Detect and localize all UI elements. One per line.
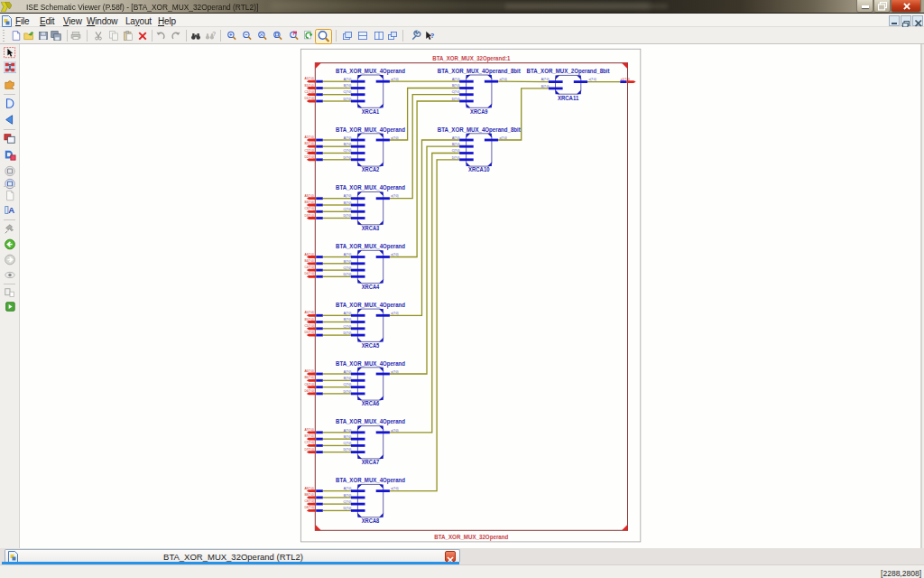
svg-text:B6(7:0): B6(7:0): [304, 376, 313, 379]
svg-text:B(7:0): B(7:0): [344, 201, 352, 205]
svg-text:D(7:0): D(7:0): [344, 98, 352, 101]
svg-text:C(7:0): C(7:0): [452, 149, 460, 153]
svg-text:A(7:0): A(7:0): [541, 78, 550, 81]
svg-text:A(7:0): A(7:0): [344, 136, 352, 140]
svg-text:B(7:0): B(7:0): [344, 377, 352, 380]
svg-text:D7(7:0): D7(7:0): [304, 448, 314, 452]
svg-text:?: ?: [212, 31, 216, 37]
svg-text:B(7:0): B(7:0): [344, 260, 352, 264]
svg-text:o(7:0): o(7:0): [391, 429, 398, 433]
svg-text:A4(7:0): A4(7:0): [304, 253, 313, 256]
svg-text:D3(7:0): D3(7:0): [304, 214, 314, 218]
svg-text:A(7:0): A(7:0): [344, 253, 352, 256]
svg-text:BTA_XOR_MUX_32Operand:1: BTA_XOR_MUX_32Operand:1: [432, 54, 510, 62]
svg-text:C(7:0): C(7:0): [344, 149, 352, 153]
svg-text:B3(7:0): B3(7:0): [304, 200, 313, 204]
svg-text:C8(7:0): C8(7:0): [304, 499, 314, 503]
svg-text:BTA_XOR_MUX_4Operand: BTA_XOR_MUX_4Operand: [336, 360, 405, 368]
svg-text:?: ?: [430, 32, 434, 40]
svg-text:o(7:0): o(7:0): [391, 194, 398, 198]
svg-text:A(7:0): A(7:0): [344, 487, 352, 490]
svg-text:A(7:0): A(7:0): [452, 78, 460, 81]
svg-text:C1(7:0): C1(7:0): [304, 90, 314, 94]
svg-text:B(7:0): B(7:0): [344, 143, 352, 146]
svg-text:B4(7:0): B4(7:0): [304, 259, 313, 263]
svg-text:XRCA8: XRCA8: [362, 517, 380, 524]
svg-text:BTA_XOR_MUX_4Operand: BTA_XOR_MUX_4Operand: [336, 243, 405, 250]
svg-text:B1(7:0): B1(7:0): [304, 84, 313, 88]
svg-text:BTA_XOR_MUX_4Operand: BTA_XOR_MUX_4Operand: [336, 68, 405, 75]
svg-text:C(7:0): C(7:0): [344, 208, 352, 211]
svg-text:XRCA2: XRCA2: [362, 166, 380, 172]
svg-text:XRCA7: XRCA7: [362, 459, 380, 465]
svg-text:D(7:0): D(7:0): [344, 507, 352, 510]
svg-text:XRCA3: XRCA3: [362, 225, 380, 231]
svg-text:C(7:0): C(7:0): [344, 442, 352, 445]
svg-text:A(7:0): A(7:0): [344, 194, 352, 198]
svg-text:BTA_XOR_MUX_4Operand: BTA_XOR_MUX_4Operand: [336, 184, 405, 191]
svg-text:o(7:0): o(7:0): [500, 136, 507, 140]
svg-text:BTA_XOR_MUX_4Operand: BTA_XOR_MUX_4Operand: [336, 126, 405, 134]
svg-text:B5(7:0): B5(7:0): [304, 318, 313, 322]
svg-text:C(7:0): C(7:0): [344, 325, 352, 329]
svg-text:XRCA5: XRCA5: [362, 342, 380, 349]
svg-text:D(7:0): D(7:0): [344, 273, 352, 276]
svg-text:C(7:0): C(7:0): [344, 266, 352, 270]
svg-text:B(7:0): B(7:0): [452, 84, 460, 88]
svg-text:D(7:0): D(7:0): [344, 331, 352, 335]
svg-text:D(7:0): D(7:0): [344, 448, 352, 452]
svg-text:B(7:0): B(7:0): [344, 318, 352, 322]
svg-text:D8(7:0): D8(7:0): [304, 506, 314, 509]
svg-text:A5(7:0): A5(7:0): [304, 311, 313, 314]
svg-text:XRCA4: XRCA4: [362, 284, 380, 290]
svg-text:C4(7:0): C4(7:0): [304, 266, 314, 269]
svg-text:o1(7:0): o1(7:0): [621, 78, 630, 81]
svg-text:B7(7:0): B7(7:0): [304, 434, 313, 438]
svg-text:BTA_XOR_MUX_2Operand_8bit: BTA_XOR_MUX_2Operand_8bit: [527, 68, 611, 75]
svg-text:o(7:0): o(7:0): [391, 370, 398, 374]
svg-text:B(7:0): B(7:0): [344, 84, 352, 88]
svg-text:C(7:0): C(7:0): [344, 383, 352, 387]
svg-text:A1(7:0): A1(7:0): [304, 77, 313, 80]
svg-text:D2(7:0): D2(7:0): [304, 155, 314, 159]
svg-text:A: A: [8, 205, 14, 215]
svg-text:D(7:0): D(7:0): [344, 156, 352, 160]
svg-text:D1(7:0): D1(7:0): [304, 97, 314, 100]
svg-text:o(7:0): o(7:0): [391, 78, 398, 81]
svg-text:A7(7:0): A7(7:0): [304, 428, 313, 432]
svg-text:D5(7:0): D5(7:0): [304, 331, 314, 334]
svg-text:D(7:0): D(7:0): [344, 390, 352, 394]
svg-text:D(7:0): D(7:0): [344, 214, 352, 218]
svg-text:XRCA10: XRCA10: [468, 166, 490, 172]
svg-text:BTA_XOR_MUX_4Operand_8bit: BTA_XOR_MUX_4Operand_8bit: [438, 68, 522, 75]
svg-text:C5(7:0): C5(7:0): [304, 324, 314, 328]
svg-text:C6(7:0): C6(7:0): [304, 383, 314, 387]
svg-text:BTA_XOR_MUX_4Operand_8bit: BTA_XOR_MUX_4Operand_8bit: [438, 126, 522, 134]
svg-text:A6(7:0): A6(7:0): [304, 369, 313, 373]
svg-text:A(7:0): A(7:0): [452, 136, 460, 140]
svg-text:C3(7:0): C3(7:0): [304, 207, 314, 210]
svg-text:o(7:0): o(7:0): [500, 78, 507, 81]
svg-text:o(7:0): o(7:0): [588, 78, 596, 81]
svg-text:D6(7:0): D6(7:0): [304, 389, 314, 393]
svg-text:D4(7:0): D4(7:0): [304, 272, 314, 275]
svg-text:o(7:0): o(7:0): [391, 312, 398, 315]
svg-text:B8(7:0): B8(7:0): [304, 493, 313, 497]
svg-text:B(7:0): B(7:0): [344, 435, 352, 439]
svg-text:BTA_XOR_MUX_32Operand: BTA_XOR_MUX_32Operand: [434, 533, 508, 541]
svg-text:A3(7:0): A3(7:0): [304, 194, 313, 198]
svg-text:A(7:0): A(7:0): [344, 312, 352, 315]
svg-text:XRCA11: XRCA11: [558, 95, 579, 101]
svg-text:BTA_XOR_MUX_4Operand: BTA_XOR_MUX_4Operand: [336, 418, 405, 425]
svg-text:B(7:0): B(7:0): [344, 494, 352, 498]
svg-text:BTA_XOR_MUX_4Operand: BTA_XOR_MUX_4Operand: [336, 302, 405, 309]
svg-text:A(7:0): A(7:0): [344, 429, 352, 433]
svg-text:B(7:0): B(7:0): [541, 85, 550, 89]
svg-text:A(7:0): A(7:0): [344, 370, 352, 374]
svg-text:A8(7:0): A8(7:0): [304, 487, 313, 490]
svg-text:B2(7:0): B2(7:0): [304, 142, 313, 145]
svg-text:XRCA1: XRCA1: [362, 108, 380, 115]
svg-text:XRCA9: XRCA9: [470, 108, 488, 115]
svg-text:C(7:0): C(7:0): [452, 90, 460, 94]
svg-text:D(7:0): D(7:0): [452, 156, 460, 160]
